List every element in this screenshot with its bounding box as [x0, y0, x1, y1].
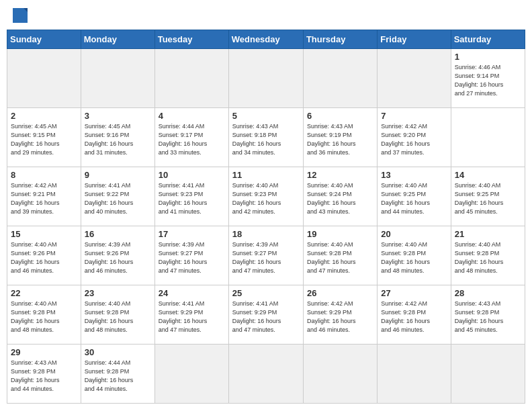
day-number: 25 — [232, 288, 300, 298]
day-number: 12 — [307, 170, 373, 180]
day-info: Sunrise: 4:39 AM Sunset: 9:26 PM Dayligh… — [85, 240, 151, 275]
day-number: 18 — [232, 229, 300, 239]
day-info: Sunrise: 4:40 AM Sunset: 9:28 PM Dayligh… — [455, 240, 521, 275]
calendar-week-6: 29Sunrise: 4:43 AM Sunset: 9:28 PM Dayli… — [7, 345, 525, 404]
calendar-week-4: 15Sunrise: 4:40 AM Sunset: 9:26 PM Dayli… — [7, 226, 525, 285]
calendar-header-thursday: Thursday — [303, 30, 377, 49]
calendar-day-empty — [451, 345, 525, 404]
calendar-header-monday: Monday — [81, 30, 154, 49]
day-info: Sunrise: 4:42 AM Sunset: 9:20 PM Dayligh… — [381, 122, 447, 157]
calendar-day-2: 2Sunrise: 4:45 AM Sunset: 9:15 PM Daylig… — [7, 108, 81, 167]
calendar-day-25: 25Sunrise: 4:41 AM Sunset: 9:29 PM Dayli… — [228, 285, 303, 345]
day-info: Sunrise: 4:41 AM Sunset: 9:29 PM Dayligh… — [159, 300, 225, 334]
day-number: 17 — [159, 229, 225, 239]
calendar-day-12: 12Sunrise: 4:40 AM Sunset: 9:24 PM Dayli… — [303, 167, 377, 226]
day-info: Sunrise: 4:40 AM Sunset: 9:25 PM Dayligh… — [381, 181, 447, 216]
calendar-week-2: 2Sunrise: 4:45 AM Sunset: 9:15 PM Daylig… — [7, 108, 525, 167]
day-info: Sunrise: 4:40 AM Sunset: 9:28 PM Dayligh… — [85, 300, 151, 334]
day-number: 2 — [11, 111, 77, 121]
calendar-header-row: SundayMondayTuesdayWednesdayThursdayFrid… — [7, 30, 525, 49]
day-number: 9 — [85, 170, 151, 180]
day-info: Sunrise: 4:41 AM Sunset: 9:23 PM Dayligh… — [159, 181, 225, 216]
calendar-day-empty — [303, 345, 377, 404]
day-info: Sunrise: 4:40 AM Sunset: 9:23 PM Dayligh… — [232, 181, 300, 216]
calendar-day-empty — [154, 345, 228, 404]
day-number: 6 — [307, 111, 373, 121]
calendar-day-8: 8Sunrise: 4:42 AM Sunset: 9:21 PM Daylig… — [7, 167, 81, 226]
day-number: 3 — [85, 111, 151, 121]
calendar-day-20: 20Sunrise: 4:40 AM Sunset: 9:28 PM Dayli… — [378, 226, 451, 285]
calendar-day-26: 26Sunrise: 4:42 AM Sunset: 9:29 PM Dayli… — [303, 285, 377, 345]
day-number: 16 — [85, 229, 151, 239]
calendar-day-empty — [154, 49, 228, 108]
calendar-week-1: 1Sunrise: 4:46 AM Sunset: 9:14 PM Daylig… — [7, 49, 525, 108]
day-info: Sunrise: 4:41 AM Sunset: 9:22 PM Dayligh… — [85, 181, 151, 216]
day-number: 30 — [85, 347, 151, 357]
calendar-day-18: 18Sunrise: 4:39 AM Sunset: 9:27 PM Dayli… — [228, 226, 303, 285]
day-info: Sunrise: 4:43 AM Sunset: 9:19 PM Dayligh… — [307, 122, 373, 157]
day-info: Sunrise: 4:39 AM Sunset: 9:27 PM Dayligh… — [232, 240, 300, 275]
day-info: Sunrise: 4:39 AM Sunset: 9:27 PM Dayligh… — [159, 240, 225, 275]
calendar-day-13: 13Sunrise: 4:40 AM Sunset: 9:25 PM Dayli… — [378, 167, 451, 226]
calendar-day-23: 23Sunrise: 4:40 AM Sunset: 9:28 PM Dayli… — [81, 285, 154, 345]
calendar-day-14: 14Sunrise: 4:40 AM Sunset: 9:25 PM Dayli… — [451, 167, 525, 226]
day-number: 27 — [381, 288, 447, 298]
day-info: Sunrise: 4:43 AM Sunset: 9:28 PM Dayligh… — [11, 359, 77, 394]
day-info: Sunrise: 4:44 AM Sunset: 9:17 PM Dayligh… — [159, 122, 225, 157]
calendar-day-empty — [378, 49, 451, 108]
header — [7, 7, 525, 26]
calendar-header-saturday: Saturday — [451, 30, 525, 49]
calendar-day-empty — [303, 49, 377, 108]
calendar-day-11: 11Sunrise: 4:40 AM Sunset: 9:23 PM Dayli… — [228, 167, 303, 226]
day-number: 23 — [85, 288, 151, 298]
calendar-day-5: 5Sunrise: 4:43 AM Sunset: 9:18 PM Daylig… — [228, 108, 303, 167]
day-info: Sunrise: 4:43 AM Sunset: 9:18 PM Dayligh… — [232, 122, 300, 157]
day-info: Sunrise: 4:43 AM Sunset: 9:28 PM Dayligh… — [455, 300, 521, 334]
calendar-week-5: 22Sunrise: 4:40 AM Sunset: 9:28 PM Dayli… — [7, 285, 525, 345]
calendar-day-29: 29Sunrise: 4:43 AM Sunset: 9:28 PM Dayli… — [7, 345, 81, 404]
day-number: 13 — [381, 170, 447, 180]
day-number: 11 — [232, 170, 300, 180]
day-number: 14 — [455, 170, 521, 180]
day-number: 5 — [232, 111, 300, 121]
calendar-day-15: 15Sunrise: 4:40 AM Sunset: 9:26 PM Dayli… — [7, 226, 81, 285]
calendar-day-empty — [7, 49, 81, 108]
logo — [12, 9, 28, 23]
calendar-day-16: 16Sunrise: 4:39 AM Sunset: 9:26 PM Dayli… — [81, 226, 154, 285]
day-number: 7 — [381, 111, 447, 121]
calendar-day-empty — [228, 345, 303, 404]
day-info: Sunrise: 4:40 AM Sunset: 9:24 PM Dayligh… — [307, 181, 373, 216]
day-number: 8 — [11, 170, 77, 180]
day-number: 26 — [307, 288, 373, 298]
day-number: 24 — [159, 288, 225, 298]
day-info: Sunrise: 4:42 AM Sunset: 9:28 PM Dayligh… — [381, 300, 447, 334]
calendar-day-17: 17Sunrise: 4:39 AM Sunset: 9:27 PM Dayli… — [154, 226, 228, 285]
calendar-day-27: 27Sunrise: 4:42 AM Sunset: 9:28 PM Dayli… — [378, 285, 451, 345]
day-number: 21 — [455, 229, 521, 239]
calendar-day-empty — [228, 49, 303, 108]
day-info: Sunrise: 4:40 AM Sunset: 9:28 PM Dayligh… — [381, 240, 447, 275]
day-number: 20 — [381, 229, 447, 239]
calendar-day-28: 28Sunrise: 4:43 AM Sunset: 9:28 PM Dayli… — [451, 285, 525, 345]
day-number: 4 — [159, 111, 225, 121]
calendar-day-19: 19Sunrise: 4:40 AM Sunset: 9:28 PM Dayli… — [303, 226, 377, 285]
calendar-day-empty — [378, 345, 451, 404]
day-info: Sunrise: 4:40 AM Sunset: 9:28 PM Dayligh… — [11, 300, 77, 334]
calendar-day-30: 30Sunrise: 4:44 AM Sunset: 9:28 PM Dayli… — [81, 345, 154, 404]
day-info: Sunrise: 4:42 AM Sunset: 9:29 PM Dayligh… — [307, 300, 373, 334]
calendar-header-wednesday: Wednesday — [228, 30, 303, 49]
day-info: Sunrise: 4:40 AM Sunset: 9:28 PM Dayligh… — [307, 240, 373, 275]
calendar-table: SundayMondayTuesdayWednesdayThursdayFrid… — [7, 30, 525, 404]
day-number: 22 — [11, 288, 77, 298]
calendar-day-4: 4Sunrise: 4:44 AM Sunset: 9:17 PM Daylig… — [154, 108, 228, 167]
calendar-body: 1Sunrise: 4:46 AM Sunset: 9:14 PM Daylig… — [7, 49, 525, 404]
day-number: 15 — [11, 229, 77, 239]
day-number: 1 — [455, 52, 521, 62]
day-number: 19 — [307, 229, 373, 239]
calendar-day-10: 10Sunrise: 4:41 AM Sunset: 9:23 PM Dayli… — [154, 167, 228, 226]
day-info: Sunrise: 4:44 AM Sunset: 9:28 PM Dayligh… — [85, 359, 151, 394]
calendar-header-tuesday: Tuesday — [154, 30, 228, 49]
day-info: Sunrise: 4:40 AM Sunset: 9:26 PM Dayligh… — [11, 240, 77, 275]
day-info: Sunrise: 4:40 AM Sunset: 9:25 PM Dayligh… — [455, 181, 521, 216]
day-info: Sunrise: 4:46 AM Sunset: 9:14 PM Dayligh… — [455, 63, 521, 98]
